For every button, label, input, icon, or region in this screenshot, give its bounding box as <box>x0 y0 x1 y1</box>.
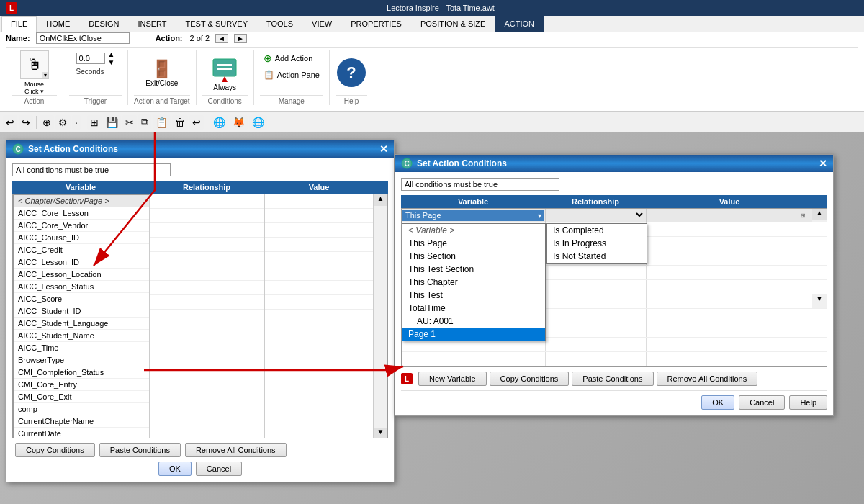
var-list-item-7[interactable]: AICC_Score <box>14 293 149 305</box>
toolbar-dot[interactable]: · <box>72 115 81 130</box>
toolbar-back[interactable]: ↩ <box>3 115 17 130</box>
var-list-item-14[interactable]: CMI_Core_Entry <box>14 379 149 391</box>
var-list-item-17[interactable]: CurrentChapterName <box>14 415 149 428</box>
dropdown-au-item[interactable]: AU: A001 <box>402 315 545 328</box>
tab-view[interactable]: VIEW <box>302 16 341 32</box>
tab-home[interactable]: HOME <box>37 16 79 32</box>
copy-conditions-btn-left[interactable]: Copy Conditions <box>15 443 95 457</box>
tab-position-size[interactable]: POSITION & SIZE <box>411 16 495 32</box>
dropdown-this-test-section-item[interactable]: This Test Section <box>402 263 545 276</box>
var-list-item-4[interactable]: AICC_Lesson_ID <box>14 256 149 269</box>
scroll-down-right[interactable]: ▼ <box>812 294 827 308</box>
var-list-item-12[interactable]: BrowserType <box>14 354 149 366</box>
var-list-item-8[interactable]: AICC_Student_ID <box>14 305 149 318</box>
conditions-icon[interactable] <box>210 55 239 84</box>
ribbon-group-manage: ⊕ Add Action 📋 Action Pane Manage <box>254 50 330 105</box>
newvar-icon-container: L <box>401 373 415 384</box>
var-list-item-0[interactable]: AICC_Core_Lesson <box>14 207 149 220</box>
ok-btn-right[interactable]: OK <box>701 395 734 410</box>
help-btn-right[interactable]: Help <box>789 395 827 410</box>
rel-is-in-progress[interactable]: Is In Progress <box>547 237 647 250</box>
var-list-item-10[interactable]: AICC_Student_Name <box>14 330 149 342</box>
remove-all-conditions-btn-left[interactable]: Remove All Conditions <box>185 443 287 457</box>
dialog-right-conditions-dropdown[interactable]: All conditions must be true Any conditio… <box>401 178 559 191</box>
toolbar-cut[interactable]: ✂ <box>122 115 137 130</box>
scroll-down-left[interactable]: ▼ <box>374 428 387 438</box>
scroll-up-right[interactable]: ▲ <box>812 209 827 220</box>
name-input[interactable] <box>36 32 130 44</box>
toolbar-forward[interactable]: ↪ <box>19 115 33 130</box>
variable-dropdown-trigger[interactable]: This Page ▾ <box>402 210 544 221</box>
svg-text:C: C <box>15 145 20 153</box>
relationship-dropdown-right-0[interactable] <box>546 210 645 220</box>
cancel-btn-right[interactable]: Cancel <box>739 395 785 410</box>
variable-dropdown-arrow: ▾ <box>538 212 541 220</box>
tab-design[interactable]: DESIGN <box>79 16 128 32</box>
new-variable-icon: L <box>401 373 413 384</box>
tab-action[interactable]: ACTION <box>495 16 544 32</box>
value-input-right-0[interactable] <box>647 210 798 219</box>
add-action-btn[interactable]: ⊕ Add Action <box>260 50 317 66</box>
cancel-btn-left[interactable]: Cancel <box>196 462 242 476</box>
ribbon: Name: Action: 2 of 2 ◄ ► 🖱 ▾ MouseClick … <box>0 32 864 112</box>
tab-insert[interactable]: INSERT <box>128 16 176 32</box>
var-list-item-13[interactable]: CMI_Completion_Status <box>14 366 149 379</box>
tab-file[interactable]: FILE <box>1 16 37 32</box>
toolbar-web3[interactable]: 🌐 <box>249 115 267 130</box>
toolbar-grid[interactable]: ⊞ <box>87 115 102 130</box>
var-list-item-6[interactable]: AICC_Lesson_Status <box>14 281 149 293</box>
dialog-left-conditions-dropdown[interactable]: All conditions must be true Any conditio… <box>12 163 171 176</box>
dropdown-this-chapter-item[interactable]: This Chapter <box>402 276 545 289</box>
remove-all-conditions-btn-right[interactable]: Remove All Conditions <box>657 372 758 386</box>
tab-tools[interactable]: TOOLS <box>257 16 302 32</box>
toolbar-web2[interactable]: 🦊 <box>230 115 248 130</box>
dialog-left-close[interactable]: ✕ <box>379 143 388 155</box>
new-variable-btn[interactable]: New Variable <box>418 372 487 386</box>
dropdown-this-test-item[interactable]: This Test <box>402 289 545 302</box>
toolbar-undo[interactable]: ↩ <box>189 115 204 130</box>
toolbar-save[interactable]: 💾 <box>103 115 121 130</box>
action-next[interactable]: ► <box>234 34 247 43</box>
var-list-item-16[interactable]: comp <box>14 403 149 415</box>
exit-close-icon[interactable]: 🚪 <box>151 59 173 79</box>
dropdown-variable-item[interactable]: < Variable > <box>402 224 545 237</box>
dropdown-this-page-item[interactable]: This Page <box>402 237 545 250</box>
toolbar-add[interactable]: ⊕ <box>40 115 54 130</box>
toolbar-paste[interactable]: 📋 <box>153 115 171 130</box>
scroll-up-left[interactable]: ▲ <box>374 194 387 206</box>
paste-conditions-btn-left[interactable]: Paste Conditions <box>99 443 181 457</box>
toolbar-copy[interactable]: ⧉ <box>138 114 151 130</box>
copy-conditions-btn-right[interactable]: Copy Conditions <box>490 372 570 386</box>
var-list-item-15[interactable]: CMI_Core_Exit <box>14 391 149 403</box>
col-header-variable-right: Variable <box>401 195 545 208</box>
rel-is-completed[interactable]: Is Completed <box>547 224 647 237</box>
tab-properties[interactable]: PROPERTIES <box>341 16 411 32</box>
toolbar-web1[interactable]: 🌐 <box>210 115 228 130</box>
col-header-variable-left: Variable <box>12 181 149 194</box>
var-list-item-11[interactable]: AICC_Time <box>14 342 149 354</box>
dropdown-this-section-item[interactable]: This Section <box>402 250 545 263</box>
var-list-item-2[interactable]: AICC_Course_ID <box>14 232 149 244</box>
toolbar-delete[interactable]: 🗑 <box>172 115 188 130</box>
action-prev[interactable]: ◄ <box>215 34 228 43</box>
rel-is-not-started[interactable]: Is Not Started <box>547 250 647 263</box>
var-list-item-9[interactable]: AICC_Student_Language <box>14 318 149 330</box>
mouse-click-btn[interactable]: 🖱 ▾ <box>20 50 49 79</box>
var-list-item-1[interactable]: AICC_Core_Vendor <box>14 220 149 232</box>
help-button[interactable]: ? <box>337 58 366 87</box>
action-pane-btn[interactable]: 📋 Action Pane <box>260 68 323 82</box>
delay-input[interactable] <box>76 53 105 64</box>
dialog-right-close[interactable]: ✕ <box>819 158 827 169</box>
variable-list-left[interactable]: < Chapter/Section/Page > AICC_Core_Lesso… <box>13 194 150 438</box>
col-header-rel-right: Relationship <box>545 195 646 208</box>
ok-btn-left[interactable]: OK <box>158 462 192 476</box>
paste-conditions-btn-right[interactable]: Paste Conditions <box>572 372 653 386</box>
var-list-item-3[interactable]: AICC_Credit <box>14 244 149 256</box>
var-list-item-5[interactable]: AICC_Lesson_Location <box>14 269 149 281</box>
tab-test-survey[interactable]: TEST & SURVEY <box>176 16 257 32</box>
var-list-item-chapter[interactable]: < Chapter/Section/Page > <box>14 195 149 207</box>
var-list-item-18[interactable]: CurrentDate <box>14 428 149 438</box>
dropdown-page1-item[interactable]: Page 1 <box>402 328 545 341</box>
dropdown-totaltime-item[interactable]: TotalTime <box>402 302 545 315</box>
toolbar-settings[interactable]: ⚙ <box>55 115 71 130</box>
